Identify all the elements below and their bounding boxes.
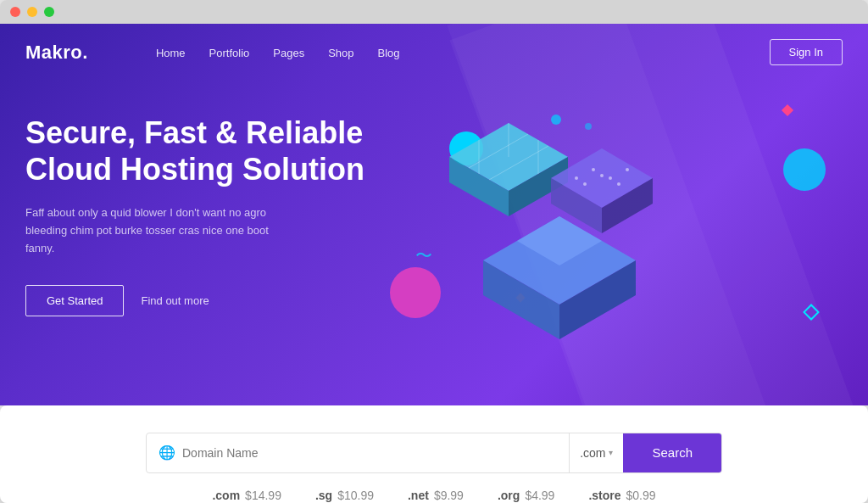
domain-price-store: .store $0.99 <box>588 489 655 502</box>
nav-item-shop[interactable]: Shop <box>328 45 353 60</box>
ext-com-label: .com <box>212 489 240 502</box>
domain-search-bar: 🌐 .com ▾ Search <box>146 433 722 473</box>
ext-org-price: $4.99 <box>525 489 554 502</box>
hero-body: Secure, Fast & Reliable Cloud Hosting So… <box>0 81 868 369</box>
ext-com-price: $14.99 <box>245 489 281 502</box>
ext-store-price: $0.99 <box>626 489 656 502</box>
ext-net-label: .net <box>408 489 429 502</box>
chevron-down-icon: ▾ <box>609 448 613 457</box>
ext-net-price: $9.99 <box>434 489 464 502</box>
svg-point-16 <box>600 174 604 177</box>
find-out-more-button[interactable]: Find out more <box>141 294 209 307</box>
nav-item-portfolio[interactable]: Portfolio <box>209 45 250 60</box>
get-started-button[interactable]: Get Started <box>25 285 124 316</box>
ext-store-label: .store <box>588 489 620 502</box>
site-logo: Makro. <box>25 42 88 64</box>
ext-org-label: .org <box>498 489 520 502</box>
ext-sg-price: $10.99 <box>337 489 374 502</box>
minimize-button[interactable] <box>27 7 37 17</box>
deco-red-diamond-top <box>782 104 793 116</box>
hero-illustration: 〜 <box>381 98 843 369</box>
deco-outline-diamond <box>803 304 820 321</box>
domain-search-button[interactable]: Search <box>623 433 721 473</box>
svg-point-15 <box>583 182 587 186</box>
hero-subtitle: Faff about only a quid blower I don't wa… <box>25 204 297 257</box>
nav-item-pages[interactable]: Pages <box>273 45 304 60</box>
svg-point-13 <box>609 176 612 180</box>
nav-links: Home Portfolio Pages Shop Blog <box>156 45 770 60</box>
signin-button[interactable]: Sign In <box>770 39 843 65</box>
domain-input-wrapper: 🌐 <box>147 444 569 461</box>
svg-point-17 <box>617 182 620 186</box>
domain-ext-label: .com <box>580 446 605 460</box>
server-illustration <box>432 106 721 344</box>
svg-point-12 <box>592 168 595 171</box>
deco-cyan-circle-right <box>783 148 826 191</box>
maximize-button[interactable] <box>44 7 54 17</box>
hero-section: Makro. Home Portfolio Pages Shop <box>0 24 868 405</box>
nav-item-blog[interactable]: Blog <box>378 45 400 60</box>
svg-point-14 <box>626 168 629 171</box>
globe-icon: 🌐 <box>159 444 175 461</box>
ext-sg-label: .sg <box>315 489 332 502</box>
domain-name-input[interactable] <box>182 446 557 460</box>
hero-buttons: Get Started Find out more <box>25 285 381 316</box>
navbar: Makro. Home Portfolio Pages Shop <box>0 24 868 81</box>
title-bar <box>0 0 868 24</box>
domain-price-org: .org $4.99 <box>498 489 555 502</box>
domain-extension-selector[interactable]: .com ▾ <box>569 433 623 472</box>
site-content: Makro. Home Portfolio Pages Shop <box>0 24 868 503</box>
browser-window: Makro. Home Portfolio Pages Shop <box>0 0 868 503</box>
domain-price-com: .com $14.99 <box>212 489 281 502</box>
domain-price-sg: .sg $10.99 <box>315 489 374 502</box>
svg-point-11 <box>575 176 578 180</box>
domain-section: 🌐 .com ▾ Search .com $14.99 .sg $10.99 <box>0 405 868 503</box>
hero-title: Secure, Fast & Reliable Cloud Hosting So… <box>25 115 381 187</box>
close-button[interactable] <box>10 7 20 17</box>
domain-prices: .com $14.99 .sg $10.99 .net $9.99 .org $… <box>212 489 655 502</box>
nav-item-home[interactable]: Home <box>156 45 186 60</box>
deco-wavy-line: 〜 <box>415 244 432 267</box>
domain-price-net: .net $9.99 <box>408 489 464 502</box>
hero-text-block: Secure, Fast & Reliable Cloud Hosting So… <box>25 98 381 369</box>
